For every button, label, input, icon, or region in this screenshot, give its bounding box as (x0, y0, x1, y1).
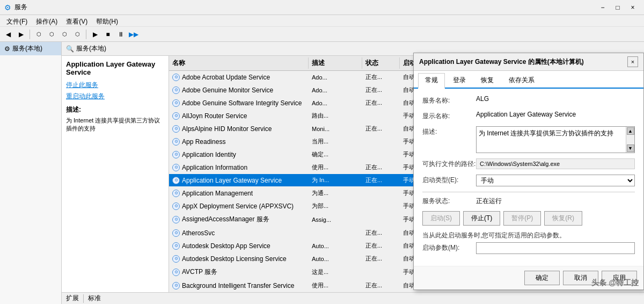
services-header-icon: 🔍 (66, 45, 74, 53)
param-input[interactable] (476, 242, 635, 254)
toolbar-btn-2[interactable]: ⬡ (46, 28, 57, 40)
standard-label[interactable]: 标准 (88, 294, 101, 303)
main-area: ⚙ 服务(本地) 🔍 服务(本地) Application Layer Gate… (0, 42, 644, 304)
service-name-cell: ⚙Adobe Genuine Monitor Service (169, 85, 309, 95)
toolbar-btn-4[interactable]: ⬡ (71, 28, 83, 40)
stop-service-link[interactable]: 停止此服务 (66, 81, 98, 89)
window-title: 服务 (14, 3, 596, 12)
pause-button[interactable]: 暂停(P) (503, 211, 541, 226)
start-button[interactable]: 启动(S) (422, 211, 460, 226)
desc-field-label: 描述: (422, 126, 476, 136)
close-button[interactable]: × (626, 2, 640, 13)
service-desc-cell: Ado... (309, 98, 362, 108)
toolbar-btn-1[interactable]: ⬡ (33, 28, 45, 40)
minimize-button[interactable]: − (596, 2, 610, 13)
path-label: 可执行文件的路径: (422, 158, 476, 169)
stop-button[interactable]: 停止(T) (463, 211, 500, 226)
display-name-label: 显示名称: (422, 111, 476, 121)
menu-file[interactable]: 文件(F) (2, 16, 32, 25)
dialog-divider (422, 192, 635, 192)
service-icon: ⚙ (172, 86, 180, 94)
services-local-label: 服务(本地) (12, 44, 42, 53)
apply-button[interactable]: 应用 (602, 271, 637, 285)
col-status[interactable]: 状态 (362, 57, 400, 69)
service-icon: ⚙ (172, 125, 180, 133)
service-status-cell (362, 188, 400, 198)
service-icon: ⚙ (172, 242, 180, 250)
service-desc-cell: Ado... (309, 72, 362, 82)
maximize-button[interactable]: □ (611, 2, 625, 13)
service-name-cell: ⚙AppX Deployment Service (APPXSVC) (169, 201, 309, 211)
service-icon: ⚙ (172, 74, 180, 81)
tab-dependencies[interactable]: 依存关系 (502, 73, 541, 88)
service-status-cell: 正在... (362, 175, 400, 185)
expand-label[interactable]: 扩展 (66, 294, 79, 303)
toolbar-play[interactable]: ▶ (89, 28, 101, 40)
toolbar-back[interactable]: ◀ (2, 28, 14, 40)
service-desc-cell: Moni... (309, 124, 362, 134)
service-status-cell (362, 266, 400, 278)
menu-help[interactable]: 帮助(H) (92, 16, 122, 25)
service-description: 为 Internet 连接共享提供第三方协议插件的支持 (66, 117, 164, 133)
service-name-label: 服务名称: (422, 95, 476, 105)
status-row: 服务状态: 正在运行 (422, 197, 635, 206)
nav-services-local[interactable]: ⚙ 服务(本地) (0, 42, 61, 55)
service-name-cell: ⚙Background Intelligent Transfer Service (169, 280, 309, 291)
cancel-button[interactable]: 取消 (563, 271, 598, 285)
service-icon: ⚙ (172, 151, 180, 158)
path-row: 可执行文件的路径: C:\Windows\System32\alg.exe (422, 158, 635, 169)
service-desc-cell: Auto... (309, 254, 362, 264)
service-name-cell: ⚙Adobe Acrobat Update Service (169, 72, 309, 82)
service-status-cell: 正在... (362, 254, 400, 264)
restart-service-link[interactable]: 重启动此服务 (66, 92, 105, 100)
service-desc-cell: 为 In... (309, 175, 362, 185)
service-desc-cell: Assig... (309, 214, 362, 225)
resume-button[interactable]: 恢复(R) (544, 211, 582, 226)
startup-label: 启动类型(E): (422, 175, 476, 185)
toolbar: ◀ ▶ ⬡ ⬡ ⬡ ⬡ ▶ ■ ⏸ ▶▶ (0, 27, 644, 42)
tab-recovery[interactable]: 恢复 (474, 73, 501, 88)
dialog-tabs: 常规 登录 恢复 依存关系 (414, 71, 643, 89)
desc-row: 描述: 为 Internet 连接共享提供第三方协议插件的支持 ▲ ▼ (422, 126, 635, 153)
toolbar-stop[interactable]: ■ (102, 28, 114, 40)
col-desc[interactable]: 描述 (309, 57, 362, 69)
service-name-cell: ⚙AlpsAlpine HID Monitor Service (169, 124, 309, 134)
window-controls: − □ × (596, 2, 640, 13)
path-value: C:\Windows\System32\alg.exe (476, 158, 635, 169)
status-bar: 扩展 标准 (62, 292, 644, 304)
service-desc-cell: 当用... (309, 136, 362, 147)
service-name-cell: ⚙Adobe Genuine Software Integrity Servic… (169, 98, 309, 108)
service-icon: ⚙ (172, 177, 180, 184)
service-info-panel: Application Layer Gateway Service 停止此服务 … (62, 56, 169, 292)
ok-button[interactable]: 确定 (524, 271, 560, 285)
tab-general[interactable]: 常规 (418, 73, 445, 89)
toolbar-pause[interactable]: ⏸ (115, 28, 127, 40)
service-name-cell: ⚙Application Identity (169, 149, 309, 160)
service-icon: ⚙ (172, 138, 180, 146)
service-icon: ⚙ (172, 190, 180, 197)
service-name-cell: ⚙Application Layer Gateway Service (169, 175, 309, 185)
service-name-cell: ⚙Application Management (169, 188, 309, 198)
toolbar-btn-3[interactable]: ⬡ (58, 28, 70, 40)
service-status-cell (362, 136, 400, 147)
service-icon: ⚙ (172, 255, 180, 263)
service-status-cell (362, 214, 400, 225)
menu-view[interactable]: 查看(V) (62, 16, 92, 25)
col-name[interactable]: 名称 (169, 57, 309, 69)
startup-select[interactable]: 手动 自动 自动(延迟启动) 禁用 (476, 175, 635, 186)
service-icon: ⚙ (172, 164, 180, 171)
service-status-cell (362, 201, 400, 211)
toolbar-restart[interactable]: ▶▶ (128, 28, 140, 40)
properties-dialog: Application Layer Gateway Service 的属性(本地… (413, 53, 644, 290)
service-status-cell: 正在... (362, 241, 400, 251)
toolbar-forward[interactable]: ▶ (15, 28, 27, 40)
left-panel: ⚙ 服务(本地) (0, 42, 62, 304)
menu-action[interactable]: 操作(A) (32, 16, 62, 25)
desc-scrollbar[interactable]: ▲ ▼ (626, 127, 634, 153)
service-name-value: ALG (476, 95, 635, 103)
tab-login[interactable]: 登录 (446, 73, 473, 88)
status-field-value: 正在运行 (476, 197, 502, 206)
status-field-label: 服务状态: (422, 197, 476, 206)
dialog-close-button[interactable]: × (627, 56, 638, 67)
dialog-footer: 确定 取消 应用 (414, 266, 643, 289)
